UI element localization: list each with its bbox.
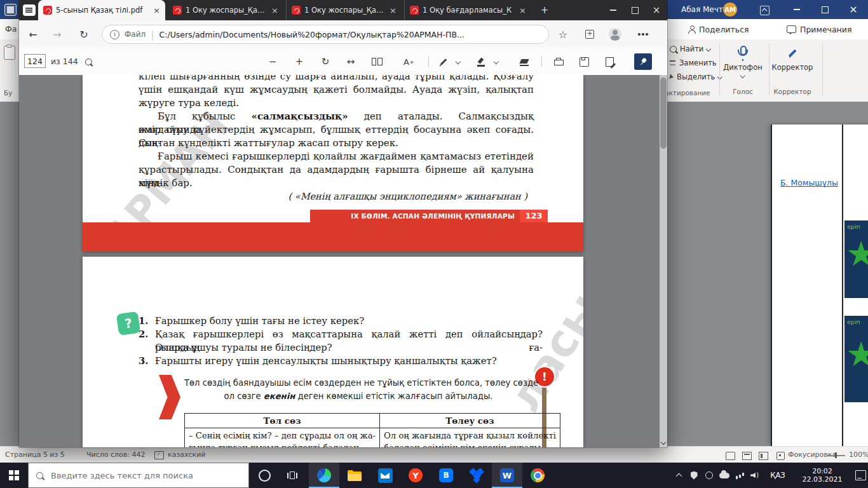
- page-info-icon[interactable]: [110, 30, 119, 39]
- tab-close-icon[interactable]: ×: [271, 6, 278, 15]
- address-bar[interactable]: Файл | C:/Users/admin/Documents/Новый%20…: [102, 25, 549, 44]
- browser-tab[interactable]: 1 Оку жоспары_Қазак ×: [286, 0, 402, 20]
- book-line: дықтан күнделікті жаттығулар жасап отыру…: [139, 137, 534, 150]
- chevron-down-icon[interactable]: [454, 55, 463, 68]
- chrome-icon: [531, 468, 545, 482]
- eraser-icon[interactable]: [517, 55, 531, 68]
- tray-show-hidden-icons[interactable]: [671, 463, 686, 488]
- protocol-label: Файл: [125, 30, 146, 39]
- collections-icon[interactable]: [582, 27, 597, 42]
- taskbar-explorer-button[interactable]: [339, 463, 370, 488]
- ribbon-options-icon[interactable]: [760, 6, 770, 15]
- scrollbar-thumb[interactable]: [660, 78, 667, 149]
- maximize-icon: [822, 6, 829, 13]
- share-label: Поделиться: [699, 25, 749, 34]
- taskbar-search-input[interactable]: [50, 470, 236, 481]
- note-text-emphasis: екенін: [264, 391, 295, 401]
- edge-window: 5-сынып Қазақ тілі.pdf × 1 Оку жоспары_Қ…: [19, 0, 667, 447]
- share-button[interactable]: Поделиться: [684, 22, 753, 36]
- chevron-down-icon[interactable]: [492, 55, 501, 68]
- word-account-name: Абая Мечта: [681, 5, 728, 14]
- word-maximize-button[interactable]: [811, 0, 839, 19]
- taskbar-mail-button[interactable]: [370, 463, 400, 488]
- tab-close-icon[interactable]: ×: [153, 6, 160, 15]
- select-button[interactable]: Выделить: [670, 72, 722, 81]
- document-hyperlink[interactable]: Б. Момышұлы: [780, 178, 838, 187]
- browser-tab[interactable]: 1 Оқу бағдарламасы_К ×: [404, 0, 531, 20]
- tab-close-icon[interactable]: ×: [519, 6, 526, 15]
- tray-speaker-icon[interactable]: [747, 463, 763, 488]
- start-button[interactable]: [0, 463, 28, 488]
- pdf-file-icon: [43, 6, 52, 15]
- taskbar-yandex-button[interactable]: [400, 463, 431, 488]
- back-button[interactable]: ←: [25, 27, 41, 42]
- page-view-icon[interactable]: [370, 55, 384, 68]
- draw-pen-icon[interactable]: [436, 55, 450, 68]
- taskbar-dropbox-button[interactable]: [461, 463, 492, 488]
- status-language[interactable]: казахский: [168, 451, 205, 459]
- word-close-button[interactable]: ×: [839, 0, 868, 19]
- tray-network-icon[interactable]: [732, 463, 747, 488]
- print-layout-view-icon[interactable]: [742, 452, 752, 460]
- refresh-button[interactable]: ↻: [76, 27, 92, 42]
- taskbar-chrome-button[interactable]: [522, 463, 553, 488]
- search-icon[interactable]: [81, 55, 95, 68]
- replace-button[interactable]: Заменить: [670, 58, 717, 67]
- rotate-icon[interactable]: ↻: [318, 55, 332, 68]
- pin-toolbar-button[interactable]: [634, 53, 652, 70]
- tray-status-icon[interactable]: [702, 463, 717, 488]
- cortana-button[interactable]: [250, 463, 278, 488]
- table-cell-line: ғында тұрған қызыл көйлекті баладан.: [189, 442, 376, 447]
- status-page-indicator[interactable]: Страница 5 из 5: [5, 451, 65, 459]
- find-button[interactable]: Найти: [670, 44, 710, 53]
- new-tab-button[interactable]: +: [538, 4, 552, 17]
- edge-minimize-button[interactable]: [602, 0, 624, 20]
- favorites-star-icon[interactable]: ☆: [555, 27, 571, 42]
- taskbar-vk-button[interactable]: [431, 463, 461, 488]
- print-icon[interactable]: [552, 55, 566, 68]
- mail-icon: [378, 468, 393, 483]
- page-number-input[interactable]: [24, 54, 46, 68]
- comments-button[interactable]: Примечания: [783, 22, 855, 36]
- task-view-button[interactable]: [278, 463, 306, 488]
- highlighter-icon[interactable]: [474, 55, 488, 68]
- pdf-viewport[interactable]: АРМАН кілеп шығарғанның өзінде су шарға …: [19, 75, 667, 447]
- edge-close-button[interactable]: ×: [646, 0, 667, 20]
- taskbar-edge-button[interactable]: [309, 463, 339, 488]
- zoom-in-button[interactable]: +: [292, 55, 306, 68]
- forward-button[interactable]: →: [50, 27, 65, 42]
- browser-tab-active[interactable]: 5-сынып Қазақ тілі.pdf ×: [38, 0, 165, 20]
- proofing-icon[interactable]: [154, 451, 164, 459]
- status-word-count[interactable]: Число слов: 442: [86, 451, 146, 459]
- ribbon-separator: [822, 43, 823, 95]
- web-layout-view-icon[interactable]: [759, 452, 768, 460]
- taskbar-clock[interactable]: 20:02 22.03.2021: [793, 463, 851, 488]
- file-tab-partial[interactable]: Фа: [5, 24, 17, 34]
- read-aloud-button[interactable]: A »: [399, 55, 418, 68]
- language-indicator[interactable]: ҚАЗ: [765, 463, 790, 488]
- taskbar-word-button[interactable]: [492, 463, 522, 488]
- zoom-percentage[interactable]: 100%: [849, 451, 868, 459]
- settings-menu-icon[interactable]: [635, 27, 651, 42]
- browser-tab[interactable]: 1 Оку жоспары_Қазак ×: [168, 0, 283, 20]
- word-account-avatar[interactable]: АМ: [723, 3, 737, 17]
- question-number: 1.: [139, 314, 155, 327]
- add-text-icon[interactable]: [602, 55, 616, 68]
- taskbar-search-box[interactable]: [28, 463, 249, 488]
- focus-mode-icon[interactable]: [776, 452, 785, 460]
- scroll-down-button[interactable]: [660, 438, 667, 447]
- pdf-scrollbar[interactable]: [660, 75, 667, 447]
- zoom-out-button[interactable]: −: [266, 55, 280, 68]
- profile-avatar[interactable]: [607, 27, 623, 42]
- tab-close-icon[interactable]: ×: [390, 6, 397, 15]
- word-minimize-button[interactable]: [783, 0, 811, 19]
- read-mode-view-icon[interactable]: [726, 452, 735, 460]
- save-icon[interactable]: [577, 55, 591, 68]
- action-center-button[interactable]: [853, 463, 868, 488]
- tray-onedrive-cloud-icon[interactable]: [717, 463, 732, 488]
- edge-maximize-button[interactable]: [624, 0, 646, 20]
- fit-to-width-icon[interactable]: ↔: [344, 55, 358, 68]
- zoom-slider[interactable]: [827, 455, 845, 456]
- tab-actions-icon[interactable]: [23, 4, 36, 16]
- tray-shield-icon[interactable]: [686, 463, 702, 488]
